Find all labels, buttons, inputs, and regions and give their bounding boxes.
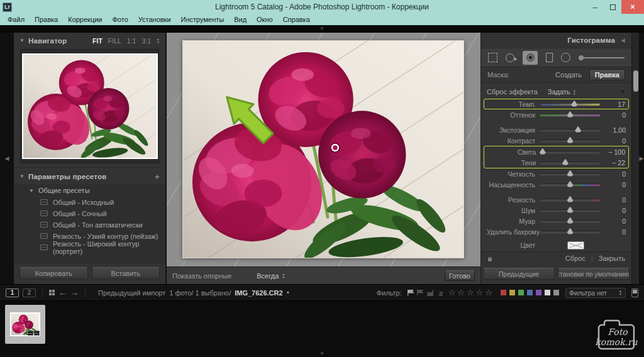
- mask-edit-button[interactable]: Правка: [589, 69, 625, 80]
- reset-button[interactable]: Сброс: [565, 255, 586, 262]
- navigator-header[interactable]: ▼ Навигатор FIT FILL 1:1 3:1 ▲▼: [14, 33, 165, 48]
- color-label-gray[interactable]: [553, 289, 560, 296]
- pins-mode-dropdown[interactable]: Всегда ▲▼: [257, 272, 285, 280]
- menu-help[interactable]: Справка: [278, 16, 315, 23]
- clarity-value[interactable]: 0: [601, 170, 626, 178]
- zoom-ratio-button[interactable]: 3:1: [142, 37, 151, 45]
- temp-slider-thumb[interactable]: [571, 101, 577, 107]
- color-label-red[interactable]: [500, 289, 507, 296]
- graduated-filter-tool-icon[interactable]: [546, 53, 553, 62]
- left-panel-collapse-icon[interactable]: ◀: [5, 155, 9, 162]
- menu-develop[interactable]: Коррекции: [63, 16, 107, 23]
- noise-slider-track[interactable]: [540, 209, 601, 212]
- preset-item-default[interactable]: Общий - Исходный: [14, 196, 165, 207]
- rating-operator[interactable]: ≥: [439, 289, 443, 297]
- adjustment-brush-tool-icon[interactable]: [579, 55, 625, 60]
- preset-group-general[interactable]: ▼ Общие пресеты: [14, 185, 165, 196]
- next-photo-icon[interactable]: →: [70, 288, 79, 297]
- paste-button[interactable]: Вставить: [92, 267, 160, 279]
- menu-window[interactable]: Окно: [252, 16, 278, 23]
- menu-settings[interactable]: Установки: [133, 16, 176, 23]
- histogram-collapse-icon[interactable]: ◀: [621, 37, 625, 43]
- presets-expand-icon[interactable]: ▼: [19, 173, 25, 179]
- preset-group-expand-icon[interactable]: ▼: [29, 188, 34, 194]
- crop-badge-icon[interactable]: [28, 331, 33, 336]
- mask-new-button[interactable]: Создать: [555, 71, 582, 79]
- presets-header[interactable]: ▼ Параметры пресетов +: [14, 168, 165, 184]
- sharpness-value[interactable]: 0: [601, 196, 626, 204]
- shadows-value[interactable]: − 22: [600, 159, 625, 167]
- zoom-ratio-selector-icon[interactable]: ▲▼: [157, 38, 160, 43]
- exposure-slider-thumb[interactable]: [575, 126, 581, 133]
- saturation-slider-thumb[interactable]: [567, 181, 574, 187]
- copy-button[interactable]: Копировать: [19, 267, 88, 279]
- preset-item-autotone[interactable]: Общий - Тон автоматически: [14, 219, 165, 230]
- red-eye-tool-active[interactable]: [523, 51, 538, 65]
- main-window-button[interactable]: 1: [6, 288, 19, 297]
- adjustments-badge-icon[interactable]: [34, 331, 40, 336]
- navigator-expand-icon[interactable]: ▼: [19, 38, 25, 43]
- defringe-value[interactable]: 0: [601, 228, 626, 236]
- filter-preset-dropdown[interactable]: Фильтра нет ▲▼: [565, 288, 626, 298]
- star-rating-filter[interactable]: ☆☆☆☆☆: [448, 288, 494, 297]
- reset-defaults-button[interactable]: становки по умолчанию.: [558, 268, 630, 280]
- navigator-image[interactable]: [22, 53, 158, 159]
- menu-file[interactable]: Файл: [3, 16, 30, 23]
- menu-photo[interactable]: Фото: [108, 16, 133, 23]
- radial-filter-tool-icon[interactable]: [561, 53, 570, 62]
- right-panel-edge[interactable]: ▶: [639, 33, 644, 284]
- filmstrip-thumbnail-selected[interactable]: [5, 305, 45, 344]
- image-canvas[interactable]: [167, 33, 480, 266]
- exposure-slider-track[interactable]: [540, 129, 601, 131]
- contrast-slider-thumb[interactable]: [567, 137, 574, 143]
- highlights-slider-thumb[interactable]: [540, 148, 546, 155]
- color-label-white[interactable]: [544, 289, 551, 296]
- contrast-slider-track[interactable]: [540, 140, 601, 142]
- zoom-1-1-button[interactable]: 1:1: [127, 37, 136, 45]
- right-panel-scrollbar[interactable]: [631, 33, 639, 284]
- menu-edit[interactable]: Правка: [30, 16, 63, 23]
- shadows-slider-track[interactable]: [540, 162, 600, 164]
- tint-slider-track[interactable]: [540, 114, 601, 116]
- temp-slider-track[interactable]: [540, 103, 600, 106]
- tint-value[interactable]: 0: [601, 111, 626, 119]
- preset-item-punch[interactable]: Общий - Сочный: [14, 207, 165, 219]
- color-label-purple[interactable]: [535, 289, 542, 296]
- clarity-slider-track[interactable]: [540, 173, 601, 175]
- flag-unflagged-icon[interactable]: [417, 290, 424, 296]
- minimize-button[interactable]: –: [586, 0, 604, 14]
- saturation-value[interactable]: 0: [601, 181, 626, 189]
- highlights-value[interactable]: − 100: [600, 148, 625, 156]
- scrollbar-thumb[interactable]: [633, 70, 638, 92]
- shadows-slider-thumb[interactable]: [562, 159, 569, 165]
- filter-switch-icon[interactable]: [631, 288, 638, 297]
- moire-value[interactable]: 0: [601, 217, 626, 225]
- moire-slider-thumb[interactable]: [567, 217, 574, 224]
- add-preset-button[interactable]: +: [155, 172, 160, 181]
- close-panel-button[interactable]: Закрыть: [599, 255, 625, 262]
- previous-button[interactable]: Предыдущие: [483, 268, 555, 280]
- color-label-green[interactable]: [518, 289, 525, 296]
- zoom-fill-button[interactable]: FILL: [108, 37, 121, 45]
- defringe-slider-track[interactable]: [540, 231, 601, 233]
- grid-view-icon[interactable]: [49, 290, 55, 295]
- noise-value[interactable]: 0: [601, 207, 626, 214]
- flag-rejected-icon[interactable]: [426, 290, 433, 296]
- right-panel-collapse-icon[interactable]: ▶: [640, 155, 644, 162]
- clarity-slider-thumb[interactable]: [567, 170, 574, 177]
- histogram-header[interactable]: Гистограмма ◀: [481, 33, 631, 48]
- filmstrip-source-breadcrumb[interactable]: Предыдущий импорт 1 фото/ 1 выбрано/ IMG…: [98, 289, 289, 297]
- effect-preset-dropdown[interactable]: Задать ▲▼: [548, 88, 576, 96]
- color-label-blue[interactable]: [526, 289, 533, 296]
- color-label-yellow[interactable]: [509, 289, 516, 296]
- preset-item-sharpen-faces[interactable]: Резкость - Широкий контур (портрет): [14, 241, 165, 253]
- noise-slider-thumb[interactable]: [567, 207, 574, 213]
- maximize-button[interactable]: [604, 0, 621, 14]
- flag-picked-icon[interactable]: [408, 290, 414, 296]
- bottom-panel-collapse-icon[interactable]: ▼: [319, 351, 325, 356]
- saturation-slider-track[interactable]: [540, 184, 601, 186]
- previous-photo-icon[interactable]: ←: [58, 288, 67, 297]
- menu-tools[interactable]: Инструменты: [176, 16, 230, 23]
- second-window-button[interactable]: 2: [23, 288, 36, 297]
- panel-collapse-icon[interactable]: ▼: [620, 89, 626, 95]
